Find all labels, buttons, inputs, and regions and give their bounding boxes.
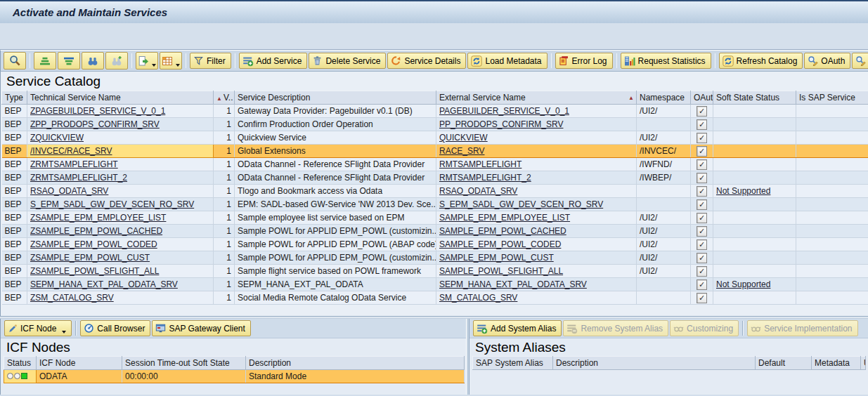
- sort-ascending-button[interactable]: [34, 52, 56, 70]
- technical-name-link[interactable]: ZSAMPLE_EPM_POWL_CUST: [30, 253, 150, 263]
- oauth-checkbox[interactable]: ✓: [697, 173, 707, 183]
- sort-descending-button[interactable]: [58, 52, 80, 70]
- oauth-checkbox[interactable]: ✓: [697, 119, 707, 130]
- technical-name-link[interactable]: ZRMTSAMPLEFLIGHT: [30, 159, 118, 169]
- external-name-link[interactable]: RSAO_ODATA_SRV: [439, 186, 517, 196]
- service-row[interactable]: BEPZSAMPLE_EPM_POWL_CACHED1Sample POWL f…: [2, 225, 868, 238]
- technical-name-link[interactable]: ZSAMPLE_POWL_SFLIGHT_ALL: [30, 266, 159, 276]
- column-header-is-sap-service[interactable]: Is SAP Service: [796, 91, 868, 105]
- oauth-checkbox[interactable]: ✓: [697, 159, 707, 170]
- external-name-link[interactable]: SAMPLE_EPM_EMPLOYEE_LIST: [439, 213, 570, 223]
- external-name-link[interactable]: RMTSAMPLEFLIGHT_2: [439, 173, 531, 183]
- column-header-type[interactable]: Type: [2, 91, 27, 105]
- service-row[interactable]: BEP/INVCEC/RACE_SRV1Global ExtensionsRAC…: [2, 145, 868, 158]
- technical-name-link[interactable]: RSAO_ODATA_SRV: [30, 186, 108, 196]
- oauth-checkbox[interactable]: ✓: [697, 266, 707, 277]
- external-name-link[interactable]: SAMPLE_POWL_SFLIGHT_ALL: [439, 266, 563, 276]
- external-name-link[interactable]: RACE_SRV: [439, 146, 484, 156]
- external-name-link[interactable]: SM_CATALOG_SRV: [439, 293, 517, 303]
- service-row[interactable]: BEPZQUICKVIEW1Quickview ServiceQUICKVIEW…: [2, 131, 868, 145]
- technical-name-link[interactable]: S_EPM_SADL_GW_DEV_SCEN_RO_SRV: [30, 199, 194, 209]
- column-header-technical-service-name[interactable]: Technical Service Name: [27, 91, 214, 105]
- service-row[interactable]: BEPZSAMPLE_POWL_SFLIGHT_ALL1Sample fligh…: [2, 265, 868, 278]
- display-details-button[interactable]: [4, 52, 26, 70]
- technical-name-link[interactable]: ZSM_CATALOG_SRV: [30, 293, 114, 303]
- service-row[interactable]: BEPZSAMPLE_EPM_EMPLOYEE_LIST1Sample empl…: [2, 211, 868, 225]
- oauth-checkbox[interactable]: ✓: [697, 253, 707, 263]
- technical-name-link[interactable]: ZSAMPLE_EPM_POWL_CACHED: [30, 226, 162, 236]
- oauth-checkbox[interactable]: ✓: [697, 133, 707, 143]
- external-name-link[interactable]: RMTSAMPLEFLIGHT: [439, 159, 522, 169]
- service-row[interactable]: BEPZPAGEBUILDER_SERVICE_V_0_11Gateway Da…: [2, 105, 868, 118]
- column-header-external-service-name[interactable]: External Service Name▲: [436, 91, 637, 105]
- export-button[interactable]: [136, 52, 158, 70]
- add-system-alias-button[interactable]: Add System Alias: [473, 320, 562, 336]
- column-header-service-description[interactable]: Service Description: [235, 91, 436, 105]
- oauth-checkbox[interactable]: ✓: [697, 213, 707, 223]
- oauth-checkbox[interactable]: ✓: [697, 226, 707, 237]
- sap-gateway-client-button[interactable]: SAP Gateway Client: [152, 320, 251, 336]
- export-menu-caret[interactable]: [152, 64, 156, 67]
- request-statistics-button[interactable]: Request Statistics: [621, 53, 711, 69]
- error-log-button[interactable]: Error Log: [555, 53, 613, 69]
- column-header-session-time-out-soft-state[interactable]: Session Time-out Soft State: [122, 357, 246, 370]
- service-row[interactable]: BEPS_EPM_SADL_GW_DEV_SCEN_RO_SRV1EPM: SA…: [2, 198, 868, 211]
- technical-name-link[interactable]: ZSAMPLE_EPM_EMPLOYEE_LIST: [30, 213, 166, 223]
- soft-state-status-link[interactable]: Not Supported: [716, 279, 770, 289]
- service-row[interactable]: BEPZSAMPLE_EPM_POWL_CUST1Sample POWL for…: [2, 251, 868, 265]
- choose-layout-button[interactable]: [160, 52, 182, 70]
- delete-service-button[interactable]: Delete Service: [309, 53, 386, 69]
- oauth-checkbox[interactable]: ✓: [697, 293, 707, 303]
- external-name-link[interactable]: PAGEBUILDER_SERVICE_V_0_1: [439, 106, 569, 116]
- column-header-oaut[interactable]: OAut..: [691, 91, 713, 105]
- external-name-link[interactable]: S_EPM_SADL_GW_DEV_SCEN_RO_SRV: [439, 199, 603, 209]
- load-metadata-button[interactable]: Load Metadata: [467, 53, 547, 69]
- column-header-soft-state-status[interactable]: Soft State Status: [713, 91, 796, 105]
- oauth-checkbox[interactable]: ✓: [697, 199, 707, 210]
- oauth-checkbox[interactable]: ✓: [697, 239, 707, 250]
- column-header-u[interactable]: U: [861, 357, 866, 370]
- column-header-sap-system-alias[interactable]: SAP System Alias: [473, 357, 553, 370]
- soft-state-button[interactable]: Soft State: [852, 53, 868, 69]
- service-row[interactable]: BEPRSAO_ODATA_SRV1Tlogo and Bookmark acc…: [2, 185, 868, 198]
- column-header-icf-node[interactable]: ICF Node: [37, 357, 122, 370]
- technical-name-link[interactable]: ZSAMPLE_EPM_POWL_CODED: [30, 239, 157, 249]
- service-row[interactable]: BEPZPP_PRODOPS_CONFIRM_SRV1Confirm Produ…: [2, 118, 868, 131]
- refresh-catalog-button[interactable]: Refresh Catalog: [719, 53, 803, 69]
- icf-node-menu-caret[interactable]: [62, 331, 66, 334]
- oauth-checkbox[interactable]: ✓: [697, 106, 707, 117]
- technical-name-link[interactable]: ZPAGEBUILDER_SERVICE_V_0_1: [30, 106, 165, 116]
- oauth-checkbox[interactable]: ✓: [697, 279, 707, 290]
- column-header-description[interactable]: Description: [246, 357, 465, 370]
- column-header-metadata[interactable]: Metadata: [812, 357, 861, 370]
- technical-name-link[interactable]: ZQUICKVIEW: [30, 133, 84, 143]
- find-button[interactable]: [82, 52, 104, 70]
- service-row[interactable]: BEPZRMTSAMPLEFLIGHT1OData Channel - Refe…: [2, 158, 868, 171]
- icf-node-button[interactable]: ICF Node: [4, 320, 72, 336]
- external-name-link[interactable]: PP_PRODOPS_CONFIRM_SRV: [439, 119, 564, 129]
- external-name-link[interactable]: SAMPLE_EPM_POWL_CODED: [439, 239, 561, 249]
- service-details-button[interactable]: Service Details: [387, 53, 466, 69]
- external-name-link[interactable]: SAMPLE_EPM_POWL_CACHED: [439, 226, 566, 236]
- technical-name-link[interactable]: SEPM_HANA_EXT_PAL_ODATA_SRV: [30, 279, 178, 289]
- icf-node-row[interactable]: ODATA00:00:00Standard Mode: [4, 370, 465, 383]
- service-row[interactable]: BEPZSM_CATALOG_SRV1Social Media Remote C…: [2, 291, 868, 305]
- service-implementation-button[interactable]: Service Implementation: [747, 320, 857, 336]
- service-row[interactable]: BEPSEPM_HANA_EXT_PAL_ODATA_SRV1SEPM_HANA…: [2, 278, 868, 291]
- filter-button[interactable]: Filter: [190, 53, 231, 69]
- oauth-checkbox[interactable]: ✓: [697, 186, 707, 197]
- service-row[interactable]: BEPZRMTSAMPLEFLIGHT_21OData Channel - Re…: [2, 171, 868, 185]
- column-header-description[interactable]: Description: [553, 357, 756, 370]
- remove-system-alias-button[interactable]: Remove System Alias: [563, 320, 668, 336]
- find-next-button[interactable]: [105, 52, 128, 70]
- technical-name-link[interactable]: /INVCEC/RACE_SRV: [30, 146, 112, 156]
- call-browser-button[interactable]: Call Browser: [80, 320, 150, 336]
- layout-menu-caret[interactable]: [176, 64, 180, 67]
- customizing-button[interactable]: Customizing: [670, 320, 739, 336]
- service-row[interactable]: BEPZSAMPLE_EPM_POWL_CODED1Sample POWL fo…: [2, 238, 868, 251]
- oauth-button[interactable]: OAuth: [804, 53, 850, 69]
- external-name-link[interactable]: QUICKVIEW: [439, 133, 488, 143]
- technical-name-link[interactable]: ZRMTSAMPLEFLIGHT_2: [30, 173, 127, 183]
- column-header-namespace[interactable]: Namespace: [637, 91, 691, 105]
- technical-name-link[interactable]: ZPP_PRODOPS_CONFIRM_SRV: [30, 119, 160, 129]
